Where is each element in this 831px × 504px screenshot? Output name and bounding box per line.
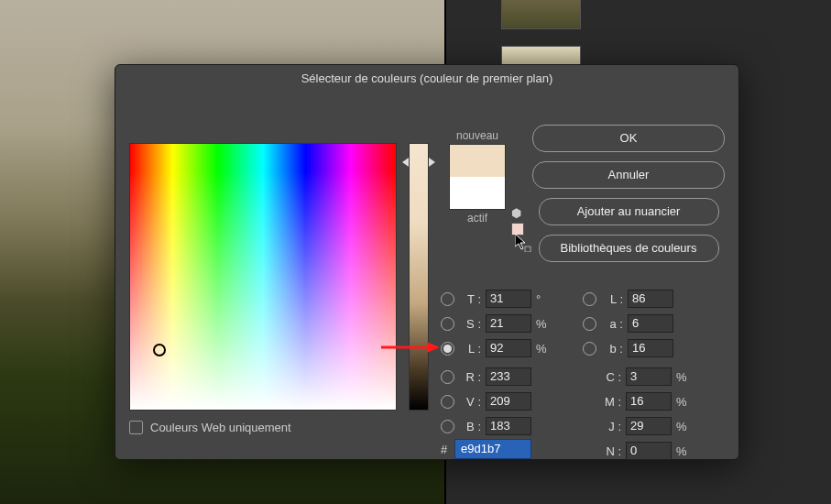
b-radio[interactable]	[441, 420, 454, 433]
web-only-row: Couleurs Web uniquement	[129, 421, 291, 434]
cancel-button[interactable]: Annuler	[532, 161, 725, 189]
v-row: V : 209	[441, 392, 531, 411]
saturation-radio[interactable]	[441, 317, 454, 331]
saturation-unit: %	[536, 317, 547, 331]
gamut-warning-icon[interactable]: ⬢	[511, 206, 521, 220]
c-row: C : 3 %	[599, 367, 687, 386]
lightness-row: L : 92 %	[441, 339, 547, 357]
svg-rect-0	[525, 247, 530, 252]
lab-a-row: a : 6	[583, 314, 673, 333]
saturation-input[interactable]: 21	[486, 314, 531, 333]
hue-unit: °	[536, 292, 547, 306]
web-only-label: Couleurs Web uniquement	[150, 421, 291, 434]
current-color-swatch[interactable]	[450, 177, 505, 209]
lab-l-radio[interactable]	[583, 292, 596, 306]
lab-b-input[interactable]: 16	[628, 339, 673, 357]
lab-l-label: L :	[601, 292, 623, 306]
layer-thumbnail[interactable]	[501, 0, 581, 29]
r-row: R : 233	[441, 367, 531, 386]
saturation-row: S : 21 %	[441, 314, 547, 333]
c-unit: %	[676, 370, 687, 384]
color-field-marker[interactable]	[153, 344, 166, 356]
lab-b-radio[interactable]	[583, 342, 596, 356]
hue-radio[interactable]	[441, 292, 454, 306]
lightness-unit: %	[536, 342, 547, 356]
n-input[interactable]: 0	[626, 442, 672, 460]
b-row: B : 183	[441, 417, 531, 435]
n-label: N :	[599, 444, 621, 458]
gamut-swatch[interactable]	[511, 223, 524, 236]
lab-b-row: b : 16	[583, 339, 673, 357]
add-swatch-button[interactable]: Ajouter au nuancier	[539, 198, 719, 225]
color-field[interactable]	[129, 143, 397, 411]
m-row: M : 16 %	[599, 392, 687, 411]
web-only-checkbox[interactable]	[129, 421, 143, 434]
r-label: R :	[459, 370, 481, 384]
lightness-radio[interactable]	[441, 342, 454, 356]
lab-l-input[interactable]: 86	[628, 290, 673, 308]
v-label: V :	[459, 395, 481, 409]
ok-button[interactable]: OK	[532, 125, 725, 152]
j-label: J :	[599, 420, 621, 433]
color-libraries-button[interactable]: Bibliothèques de couleurs	[539, 235, 719, 262]
b-label: B :	[459, 420, 481, 433]
active-color-label: actif	[441, 212, 514, 225]
c-input[interactable]: 3	[626, 367, 672, 386]
slider-handle-left-icon[interactable]	[402, 158, 409, 167]
lab-a-label: a :	[601, 317, 623, 331]
saturation-label: S :	[459, 317, 481, 331]
lab-l-row: L : 86	[583, 290, 673, 308]
swatch-box	[449, 144, 506, 210]
lightness-label: L :	[459, 342, 481, 356]
new-color-label: nouveau	[441, 129, 514, 142]
m-label: M :	[599, 395, 621, 409]
new-color-swatch[interactable]	[450, 145, 505, 177]
dialog-title: Sélecteur de couleurs (couleur de premie…	[115, 65, 738, 93]
lab-a-radio[interactable]	[583, 317, 596, 331]
j-input[interactable]: 29	[626, 417, 672, 435]
hue-row: T : 31 °	[441, 290, 547, 308]
hue-input[interactable]: 31	[486, 290, 531, 308]
slider-handle-right-icon[interactable]	[429, 158, 435, 167]
cursor-icon	[515, 234, 531, 252]
v-radio[interactable]	[441, 395, 454, 409]
m-unit: %	[676, 395, 687, 409]
c-label: C :	[599, 370, 621, 384]
lightness-slider[interactable]	[409, 143, 429, 411]
lab-b-label: b :	[601, 342, 623, 356]
n-row: N : 0 %	[599, 442, 687, 460]
hex-input[interactable]: e9d1b7	[454, 439, 531, 459]
hue-label: T :	[459, 292, 481, 306]
r-radio[interactable]	[441, 370, 454, 384]
lab-a-input[interactable]: 6	[628, 314, 673, 333]
j-row: J : 29 %	[599, 417, 687, 435]
lightness-input[interactable]: 92	[486, 339, 531, 357]
swatch-group: nouveau actif	[441, 129, 514, 225]
b-input[interactable]: 183	[486, 417, 531, 435]
r-input[interactable]: 233	[486, 367, 531, 386]
color-picker-dialog: Sélecteur de couleurs (couleur de premie…	[115, 64, 739, 460]
v-input[interactable]: 209	[486, 392, 531, 411]
n-unit: %	[676, 444, 687, 458]
m-input[interactable]: 16	[626, 392, 672, 411]
j-unit: %	[676, 420, 687, 433]
hex-prefix: #	[441, 443, 447, 456]
